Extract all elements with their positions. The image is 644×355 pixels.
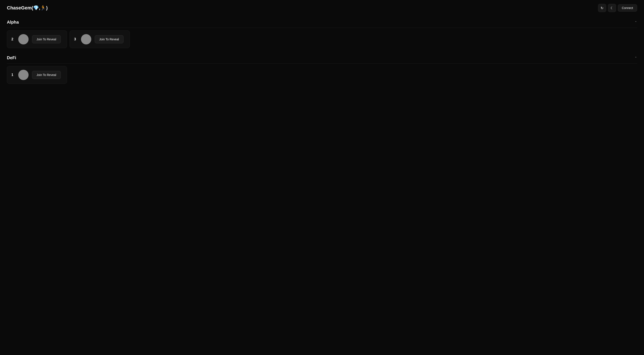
defi-cards-grid: 1 Join To Reveal	[7, 66, 637, 84]
card-avatar	[18, 70, 28, 80]
section-defi-header[interactable]: DeFi ⌃	[7, 53, 637, 62]
theme-toggle-button[interactable]: ☾	[608, 4, 616, 12]
card-number: 3	[74, 37, 78, 41]
section-defi-divider	[7, 63, 637, 63]
card-avatar	[81, 34, 91, 44]
section-defi-title: DeFi	[7, 55, 16, 60]
alpha-cards-grid: 2 Join To Reveal 3 Join To Reveal	[7, 30, 637, 48]
app-container: ChaseGem(💎,🏃) ↻ ☾ Connect Alpha ⌃ 2 J	[0, 0, 644, 91]
app-logo: ChaseGem(💎,🏃)	[7, 5, 48, 11]
alpha-card-3: 3 Join To Reveal	[70, 30, 130, 48]
card-number: 1	[12, 73, 15, 77]
chevron-up-icon: ⌃	[634, 56, 637, 60]
defi-card-1: 1 Join To Reveal	[7, 66, 67, 84]
alpha-card-2: 2 Join To Reveal	[7, 30, 67, 48]
header-actions: ↻ ☾ Connect	[598, 4, 637, 12]
section-defi: DeFi ⌃ 1 Join To Reveal	[7, 53, 637, 84]
connect-button[interactable]: Connect	[618, 4, 637, 11]
section-alpha-header[interactable]: Alpha ⌃	[7, 17, 637, 27]
moon-icon: ☾	[610, 6, 614, 10]
main-content: Alpha ⌃ 2 Join To Reveal 3 Join To Revea…	[0, 16, 644, 91]
chevron-up-icon: ⌃	[634, 20, 637, 24]
join-to-reveal-button[interactable]: Join To Reveal	[95, 35, 124, 43]
card-number: 2	[12, 37, 15, 41]
section-alpha-divider	[7, 28, 637, 28]
join-to-reveal-button[interactable]: Join To Reveal	[32, 35, 61, 43]
app-header: ChaseGem(💎,🏃) ↻ ☾ Connect	[0, 0, 644, 16]
section-alpha-title: Alpha	[7, 20, 19, 25]
join-to-reveal-button[interactable]: Join To Reveal	[32, 71, 61, 79]
section-alpha: Alpha ⌃ 2 Join To Reveal 3 Join To Revea…	[7, 17, 637, 48]
refresh-icon: ↻	[600, 6, 604, 10]
refresh-button[interactable]: ↻	[598, 4, 606, 12]
card-avatar	[18, 34, 28, 44]
